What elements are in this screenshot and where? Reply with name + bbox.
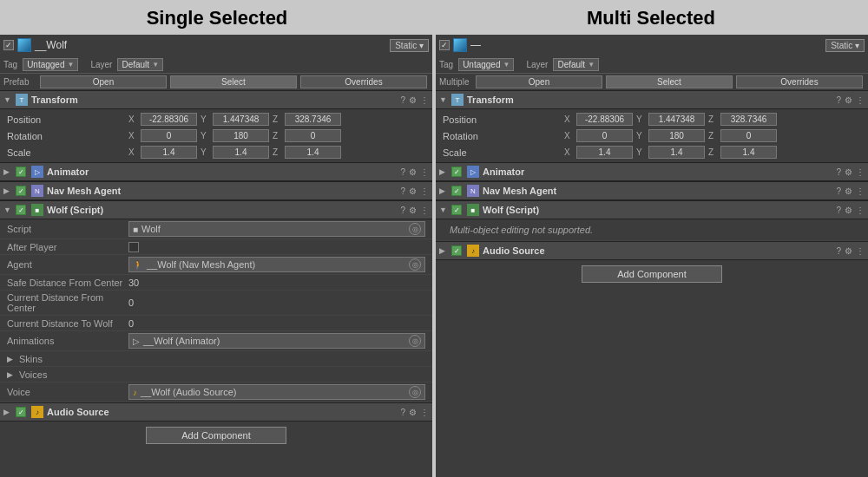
multi-rot-x[interactable]: 0	[576, 129, 633, 142]
single-animator-checkbox[interactable]: ✓	[16, 167, 26, 177]
single-transform-help[interactable]: ?	[400, 95, 405, 105]
multi-transform-menu[interactable]: ⋮	[856, 95, 865, 105]
single-scroll-area[interactable]: ▼ T Transform ? ⚙ ⋮ Position X-22.88306 …	[0, 90, 432, 477]
multi-scale-x[interactable]: 1.4	[576, 146, 633, 159]
multi-layer-dropdown[interactable]: Default ▼	[553, 58, 599, 71]
multi-pos-x[interactable]: -22.88306	[576, 113, 633, 126]
single-pos-x[interactable]: -22.88306	[141, 113, 197, 126]
single-audio-menu[interactable]: ⋮	[420, 408, 429, 417]
single-add-component-button[interactable]: Add Component	[146, 427, 286, 444]
single-script-ref[interactable]: ■ Wolf ◎	[128, 221, 425, 237]
single-audiosource-header[interactable]: ▶ ✓ ♪ Audio Source ? ⚙ ⋮	[0, 402, 432, 421]
multi-animator-help[interactable]: ?	[836, 167, 841, 177]
single-overrides-button[interactable]: Overrides	[300, 75, 427, 88]
multi-pos-z[interactable]: 328.7346	[720, 113, 777, 126]
single-pos-y[interactable]: 1.447348	[213, 113, 269, 126]
multi-navmesh-help[interactable]: ?	[836, 186, 841, 196]
multi-rot-y[interactable]: 180	[648, 129, 705, 142]
single-agent-ref[interactable]: 🚶 __Wolf (Nav Mesh Agent) ◎	[128, 257, 425, 272]
single-animator-menu[interactable]: ⋮	[420, 167, 429, 177]
single-cur-dist-wolf-value[interactable]: 0	[128, 318, 425, 329]
single-animator-settings[interactable]: ⚙	[409, 167, 417, 177]
single-audiosource-checkbox[interactable]: ✓	[16, 407, 26, 417]
single-rot-y[interactable]: 180	[213, 129, 269, 142]
multi-tag-dropdown[interactable]: Untagged ▼	[458, 58, 514, 71]
single-wolfscript-menu[interactable]: ⋮	[420, 206, 429, 215]
single-scale-x[interactable]: 1.4	[141, 146, 197, 159]
single-navmesh-settings[interactable]: ⚙	[409, 186, 417, 196]
single-rot-x[interactable]: 0	[141, 129, 197, 142]
single-rot-z[interactable]: 0	[285, 129, 341, 142]
multi-add-component-button[interactable]: Add Component	[582, 265, 722, 283]
multi-rot-z[interactable]: 0	[720, 129, 777, 142]
single-script-circle-btn[interactable]: ◎	[409, 223, 421, 235]
single-wolfscript-settings[interactable]: ⚙	[409, 206, 417, 215]
single-animations-ref[interactable]: ▷ __Wolf (Animator) ◎	[128, 333, 425, 349]
single-skins-row[interactable]: ▶ Skins	[0, 351, 432, 367]
multi-scale-y[interactable]: 1.4	[648, 146, 705, 159]
multi-animator-header[interactable]: ▶ ✓ ▷ Animator ? ⚙ ⋮	[436, 162, 868, 181]
multi-navmesh-menu[interactable]: ⋮	[856, 186, 865, 196]
single-navmesh-menu[interactable]: ⋮	[420, 186, 429, 196]
multi-object-checkbox[interactable]: ✓	[439, 40, 450, 50]
multi-wolfscript-menu[interactable]: ⋮	[856, 206, 865, 215]
multi-scale-z[interactable]: 1.4	[720, 146, 777, 159]
single-navmesh-checkbox[interactable]: ✓	[16, 186, 26, 196]
single-transform-header[interactable]: ▼ T Transform ? ⚙ ⋮	[0, 90, 432, 109]
single-transform-menu[interactable]: ⋮	[420, 95, 429, 105]
single-agent-circle-btn[interactable]: ◎	[409, 258, 421, 271]
multi-audiosource-checkbox[interactable]: ✓	[451, 245, 462, 256]
multi-audio-help[interactable]: ?	[836, 246, 841, 256]
single-tag-dropdown[interactable]: Untagged ▼	[23, 58, 78, 71]
multi-wolfscript-header[interactable]: ▼ ✓ ■ Wolf (Script) ? ⚙ ⋮	[436, 200, 868, 219]
multi-audiosource-header[interactable]: ▶ ✓ ♪ Audio Source ? ⚙ ⋮	[436, 241, 868, 260]
single-animator-header[interactable]: ▶ ✓ ▷ Animator ? ⚙ ⋮	[0, 162, 432, 181]
multi-audio-settings[interactable]: ⚙	[845, 246, 852, 256]
single-voices-row[interactable]: ▶ Voices	[0, 367, 432, 382]
multi-wolfscript-help[interactable]: ?	[836, 206, 841, 215]
multi-select-button[interactable]: Select	[606, 75, 733, 88]
multi-audio-menu[interactable]: ⋮	[856, 246, 865, 256]
multi-wolfscript-checkbox[interactable]: ✓	[451, 205, 462, 215]
single-transform-settings[interactable]: ⚙	[409, 95, 417, 105]
single-animations-circle-btn[interactable]: ◎	[409, 335, 421, 347]
multi-transform-help[interactable]: ?	[836, 95, 841, 105]
single-voice-ref[interactable]: ♪ __Wolf (Audio Source) ◎	[128, 384, 425, 400]
single-voices-label: Voices	[19, 369, 47, 380]
single-cur-dist-center-value[interactable]: 0	[128, 297, 425, 308]
single-pos-z[interactable]: 328.7346	[285, 113, 341, 126]
single-audio-settings[interactable]: ⚙	[409, 408, 417, 417]
multi-static-badge[interactable]: Static ▾	[825, 39, 865, 52]
single-navmesh-header[interactable]: ▶ ✓ N Nav Mesh Agent ? ⚙ ⋮	[0, 181, 432, 200]
single-wolfscript-help[interactable]: ?	[400, 206, 405, 215]
single-select-button[interactable]: Select	[170, 75, 297, 88]
single-layer-dropdown[interactable]: Default ▼	[117, 58, 163, 71]
single-wolfscript-checkbox[interactable]: ✓	[16, 205, 26, 215]
multi-navmesh-header[interactable]: ▶ ✓ N Nav Mesh Agent ? ⚙ ⋮	[436, 181, 868, 200]
single-animator-help[interactable]: ?	[400, 167, 405, 177]
multi-open-button[interactable]: Open	[476, 75, 602, 88]
multi-navmesh-checkbox[interactable]: ✓	[451, 186, 462, 196]
multi-wolfscript-icon: ■	[467, 204, 479, 216]
single-scale-z[interactable]: 1.4	[285, 146, 341, 159]
multi-wolfscript-settings[interactable]: ⚙	[845, 206, 852, 215]
multi-transform-header[interactable]: ▼ T Transform ? ⚙ ⋮	[436, 90, 868, 109]
single-scale-y[interactable]: 1.4	[213, 146, 269, 159]
multi-navmesh-settings[interactable]: ⚙	[845, 186, 852, 196]
multi-scroll-area[interactable]: ▼ T Transform ? ⚙ ⋮ Position X-22.88306 …	[436, 90, 868, 477]
multi-animator-checkbox[interactable]: ✓	[451, 167, 462, 177]
single-object-checkbox[interactable]: ✓	[3, 40, 14, 50]
multi-pos-y[interactable]: 1.447348	[648, 113, 705, 126]
single-audio-help[interactable]: ?	[400, 408, 405, 417]
single-safe-distance-value[interactable]: 30	[128, 278, 425, 288]
multi-transform-settings[interactable]: ⚙	[845, 95, 852, 105]
multi-animator-menu[interactable]: ⋮	[856, 167, 865, 177]
single-after-player-checkbox[interactable]	[128, 242, 139, 252]
single-wolfscript-header[interactable]: ▼ ✓ ■ Wolf (Script) ? ⚙ ⋮	[0, 200, 432, 219]
single-open-button[interactable]: Open	[40, 75, 167, 88]
multi-animator-settings[interactable]: ⚙	[845, 167, 852, 177]
single-voice-circle-btn[interactable]: ◎	[409, 386, 421, 398]
single-static-badge[interactable]: Static ▾	[390, 39, 429, 52]
single-navmesh-help[interactable]: ?	[400, 186, 405, 196]
multi-overrides-button[interactable]: Overrides	[736, 75, 863, 88]
